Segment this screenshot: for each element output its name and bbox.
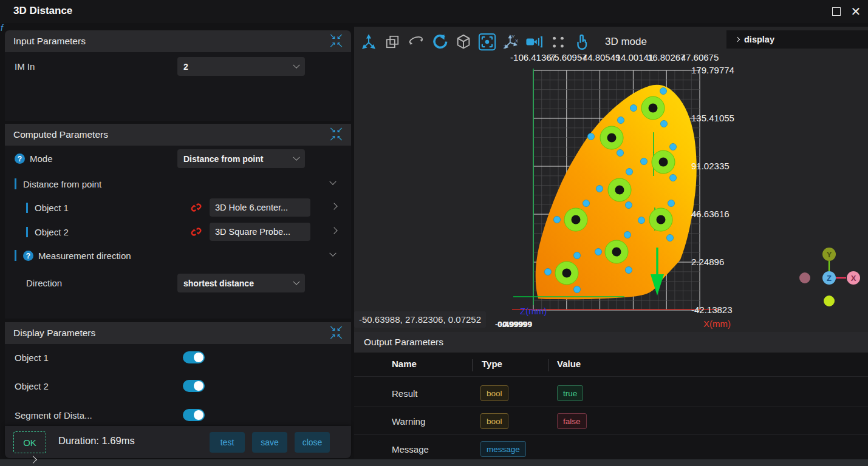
detected-point	[595, 249, 602, 255]
cursor-coordinates-readout: -50.63988, 27.82306, 0.07252	[354, 311, 486, 328]
hand-pan-icon[interactable]	[573, 33, 591, 51]
chevron-down-icon	[293, 278, 299, 285]
gizmo-ball	[799, 272, 810, 283]
object1-value-button[interactable]: 3D Hole 6.center...	[210, 198, 310, 217]
view-mode-label: 3D mode	[605, 36, 647, 48]
display-object1-toggle[interactable]	[183, 351, 205, 363]
axis-tick-label: 47.60675	[681, 52, 719, 62]
detected-point	[626, 202, 632, 209]
mode-select[interactable]: Distance from point	[177, 149, 305, 168]
im-in-select[interactable]: 2	[177, 57, 305, 76]
display-panel-toggle[interactable]: display	[726, 30, 868, 49]
axes-xyz-icon[interactable]: YZX	[502, 33, 520, 51]
broken-link-icon[interactable]	[191, 202, 202, 213]
test-button[interactable]: test	[210, 432, 245, 453]
type-badge: bool	[480, 385, 508, 401]
window-title: 3D Distance	[13, 5, 72, 17]
detected-point	[626, 169, 633, 175]
axis-tick-label: 16.80267	[648, 52, 686, 62]
detected-point	[630, 105, 637, 112]
close-button[interactable]: ✕	[849, 4, 863, 19]
display-segment-toggle[interactable]	[183, 409, 205, 421]
dialog-footer: OK Duration: 1.69ms test save close	[5, 426, 351, 458]
object2-value-button[interactable]: 3D Square Probe...	[210, 223, 310, 241]
computed-parameters-body: ? Mode Distance from point Distance from…	[5, 146, 351, 319]
cube-view-icon[interactable]	[454, 33, 473, 51]
ok-button[interactable]: OK	[13, 431, 46, 453]
chevron-down-icon	[293, 61, 299, 68]
display-object1-label: Object 1	[15, 353, 49, 363]
gizmo-axis-label: Z	[827, 274, 832, 283]
axis-tick-label: 0.99999	[502, 320, 532, 329]
close-icon: ✕	[851, 4, 861, 19]
chevron-right-icon[interactable]	[330, 203, 337, 209]
close-dialog-button[interactable]: close	[295, 432, 330, 453]
svg-text:Z: Z	[504, 44, 507, 50]
probe-hole	[562, 269, 572, 278]
axes-3d-icon[interactable]	[360, 33, 378, 51]
output-row-name: Message	[392, 444, 429, 454]
reset-rotation-icon[interactable]	[431, 33, 449, 51]
detected-point	[596, 186, 603, 192]
column-divider	[548, 359, 549, 371]
maximize-button[interactable]	[829, 4, 844, 19]
viewport-toolbar: YZX 3D mode	[360, 32, 647, 52]
collapse-section-icon[interactable]: ↘↙↗↖	[329, 324, 344, 341]
probe-hole	[657, 215, 666, 225]
detected-point	[668, 200, 675, 207]
chevron-down-icon[interactable]	[329, 250, 336, 257]
output-parameters-table: Name Type Value Result bool true Warning…	[354, 353, 868, 459]
gizmo-axis-label: X	[851, 274, 856, 283]
row-divider	[354, 376, 868, 377]
focus-fit-icon[interactable]	[478, 33, 496, 51]
detected-point	[617, 150, 624, 157]
chevron-right-icon[interactable]	[330, 227, 337, 234]
expand-panel-chevron[interactable]	[30, 454, 36, 465]
detected-point	[670, 144, 677, 150]
input-parameters-header: Input Parameters ↘↙↗↖	[5, 30, 351, 52]
detected-point	[554, 217, 561, 223]
camera-icon[interactable]	[525, 33, 544, 51]
detected-point	[618, 117, 624, 124]
axis-tick-label: 91.02335	[691, 161, 730, 171]
mode-label: Mode	[30, 154, 53, 164]
group-marker	[15, 250, 16, 261]
probe-hole	[659, 158, 668, 167]
broken-link-icon[interactable]	[191, 226, 202, 237]
cube-stack-icon[interactable]	[383, 33, 402, 51]
direction-select[interactable]: shortest distance	[177, 274, 305, 292]
display-object2-toggle[interactable]	[183, 380, 205, 392]
help-icon[interactable]: ?	[15, 154, 25, 164]
measurement-direction-label: Measurement direction	[38, 251, 131, 261]
collapse-section-icon[interactable]: ↘↙↗↖	[329, 126, 344, 143]
title-bar: 3D Distance ✕	[0, 0, 868, 23]
section-title: Display Parameters	[13, 328, 95, 339]
detected-point	[641, 158, 648, 165]
object1-label: Object 1	[35, 203, 69, 213]
orbit-rotate-icon[interactable]	[407, 33, 425, 51]
display-parameters-body: Object 1 Object 2 Segment of Dista...	[5, 344, 351, 426]
chevron-down-icon	[293, 154, 299, 160]
duration-text: Duration: 1.69ms	[58, 435, 135, 447]
detected-point	[583, 200, 590, 207]
help-icon[interactable]: ?	[23, 251, 33, 261]
probe-hole	[649, 104, 658, 113]
grid-dots-icon[interactable]	[549, 33, 567, 51]
svg-text:X: X	[515, 38, 518, 44]
detected-point	[588, 133, 595, 140]
output-parameters-header: Output Parameters	[354, 332, 868, 353]
output-row-name: Warning	[392, 416, 425, 427]
row-divider	[354, 407, 868, 407]
save-button[interactable]: save	[252, 432, 287, 453]
group-marker	[26, 203, 28, 213]
probe-hole	[615, 186, 624, 195]
im-in-label: IM In	[15, 61, 35, 72]
background-app-strip	[0, 459, 868, 466]
column-header-type: Type	[482, 359, 502, 369]
section-title: Computed Parameters	[13, 129, 108, 140]
detected-point	[638, 217, 645, 224]
computed-parameters-header: Computed Parameters ↘↙↗↖	[5, 124, 351, 146]
probe-hole	[612, 248, 621, 257]
collapse-section-icon[interactable]: ↘↙↗↖	[329, 32, 344, 49]
chevron-down-icon[interactable]	[329, 178, 336, 185]
